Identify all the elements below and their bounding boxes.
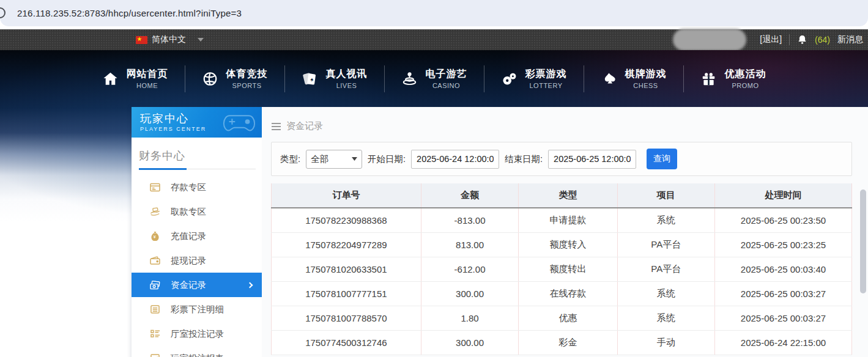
cell-time: 2025-06-24 22:15:00 (715, 330, 852, 355)
sidebar-item-label: 充值记录 (171, 230, 206, 242)
sidebar-item-deposit[interactable]: 存款专区 (132, 175, 262, 199)
sidebar-section-title: 财务中心 (132, 138, 262, 169)
cell-type: 申请提款 (519, 208, 617, 232)
end-date-input[interactable] (548, 150, 636, 169)
nav-label-cn: 体育竞技 (226, 68, 268, 81)
message-label[interactable]: 新消息 (837, 34, 863, 45)
filter-bar: 类型: 全部 开始日期: 结束日期: 查询 (271, 142, 852, 176)
cell-amount: 1.80 (421, 306, 518, 330)
chess-icon (601, 71, 617, 87)
nav-label-en: PROMO (725, 82, 766, 89)
table-row: 1750781007777151 300.00 在线存款 系统 2025-06-… (272, 281, 852, 306)
nav-label-cn: 网站首页 (127, 68, 168, 81)
language-selector[interactable]: 简体中文 (136, 34, 204, 45)
menu-icon (272, 123, 281, 130)
sidebar-item-lottery-bet-detail[interactable]: 彩票下注明细 (132, 297, 262, 322)
funds-table: 订单号 金额 类型 项目 处理时间 1750782230988368 -813.… (271, 183, 852, 355)
type-select[interactable]: 全部 (306, 150, 362, 169)
cell-order-id: 1750782230988368 (272, 208, 421, 232)
checklist-icon (150, 329, 160, 338)
search-button[interactable]: 查询 (647, 149, 677, 169)
end-date-label: 结束日期: (505, 153, 543, 165)
cell-project: 系统 (617, 306, 714, 330)
sidebar-item-label: 厅室投注记录 (171, 328, 224, 340)
nav-item-sports[interactable]: 体育竞技 SPORTS (185, 68, 284, 89)
funds-record-panel: 资金记录 类型: 全部 开始日期: 结束日期: 查询 (262, 107, 868, 357)
sidebar-item-label: 取款专区 (171, 206, 206, 218)
wallet-icon (150, 256, 160, 265)
lottery-icon (501, 71, 517, 87)
svg-text:¥: ¥ (154, 235, 156, 239)
col-time: 处理时间 (715, 183, 852, 208)
sidebar-item-label: 玩家投注报表 (171, 353, 224, 357)
type-select-value: 全部 (311, 153, 328, 165)
lives-icon: ♠ (302, 71, 318, 87)
moneybag-icon: ¥ (150, 231, 160, 241)
type-label: 类型: (280, 153, 300, 165)
col-amount: 金额 (421, 183, 518, 208)
message-count[interactable]: (64) (815, 35, 830, 45)
sidebar-header: 玩家中心 PLAYERS CENTER (132, 107, 262, 138)
cell-amount: 300.00 (421, 330, 518, 355)
banknotes-icon (150, 281, 160, 290)
sidebar-item-withdraw[interactable]: 取款专区 (132, 199, 262, 224)
home-icon (102, 71, 119, 87)
start-date-input[interactable] (411, 150, 499, 169)
cell-type: 额度转入 (519, 232, 617, 257)
sidebar-item-funds-record[interactable]: 资金记录 (132, 273, 262, 297)
col-project: 项目 (617, 183, 714, 208)
url-text[interactable]: 216.118.235.52:8783/hhcp/usercenter.html… (17, 8, 242, 18)
cell-order-id: 1750774500312746 (272, 330, 421, 355)
nav-label-en: SPORTS (226, 82, 268, 89)
cell-type: 彩金 (519, 330, 617, 355)
sidebar-section-underline (139, 169, 256, 169)
nav-label-en: LOTTERY (525, 82, 567, 89)
nav-item-chess[interactable]: 棋牌游戏 CHESS (584, 68, 683, 89)
browser-address-bar[interactable]: 216.118.235.52:8783/hhcp/usercenter.html… (0, 0, 868, 26)
cell-order-id: 1750781020633501 (272, 257, 421, 281)
cell-order-id: 1750782204977289 (272, 232, 421, 257)
username-blurred (673, 29, 746, 51)
site-info-icon[interactable] (0, 7, 6, 18)
sidebar-item-label: 存款专区 (171, 182, 206, 193)
nav-item-lottery[interactable]: 彩票游戏 LOTTERY (484, 68, 584, 89)
nav-label-cn: 棋牌游戏 (625, 68, 667, 81)
language-label: 简体中文 (152, 34, 186, 45)
sidebar-item-recharge-record[interactable]: ¥ 充值记录 (132, 224, 262, 248)
cell-project: 系统 (617, 281, 714, 306)
cell-amount: 813.00 (421, 232, 518, 257)
cell-time: 2025-06-25 00:03:40 (715, 257, 852, 281)
nav-label-cn: 彩票游戏 (525, 68, 567, 81)
sidebar-item-player-bet-report[interactable]: 玩家投注报表 (132, 346, 262, 357)
sidebar-item-withdrawal-record[interactable]: 提现记录 (132, 248, 262, 273)
nav-item-home[interactable]: 网站首页 HOME (86, 68, 185, 89)
nav-item-lives[interactable]: ♠ 真人视讯 LIVES (285, 68, 384, 89)
report-chart-icon (150, 354, 160, 357)
sidebar-item-label: 资金记录 (171, 279, 206, 291)
sidebar-item-hall-bet-record[interactable]: 厅室投注记录 (132, 322, 262, 346)
logout-link[interactable]: [退出] (760, 34, 782, 45)
nav-item-casino[interactable]: 电子游艺 CASINO (385, 68, 484, 89)
table-row: 1750781020633501 -612.00 额度转出 PA平台 2025-… (272, 257, 852, 281)
page-scrollbar-thumb[interactable] (860, 190, 866, 293)
main-nav: 网站首页 HOME 体育竞技 SPORTS ♠ 真人视讯 LIVES 电子游艺 … (0, 50, 868, 107)
bell-icon[interactable] (797, 34, 807, 45)
nav-label-en: CASINO (426, 82, 467, 89)
cell-type: 额度转出 (519, 257, 617, 281)
account-topbar: 简体中文 [退出] (64) 新消息 (0, 29, 868, 50)
cell-amount: 300.00 (421, 281, 518, 306)
cell-time: 2025-06-25 00:03:27 (715, 281, 852, 306)
start-date-label: 开始日期: (368, 153, 406, 165)
page-background: 网站首页 HOME 体育竞技 SPORTS ♠ 真人视讯 LIVES 电子游艺 … (0, 50, 868, 357)
cell-time: 2025-06-25 00:23:50 (715, 208, 852, 232)
nav-item-promo[interactable]: 优惠活动 PROMO (684, 68, 783, 89)
sports-icon (202, 71, 218, 87)
table-row: 1750782230988368 -813.00 申请提款 系统 2025-06… (272, 208, 852, 232)
cell-time: 2025-06-25 00:03:27 (715, 306, 852, 330)
gamepad-icon (221, 109, 257, 136)
nav-label-cn: 优惠活动 (725, 68, 766, 81)
table-row: 1750781007788570 1.80 优惠 系统 2025-06-25 0… (272, 306, 852, 330)
list-icon (150, 305, 160, 314)
casino-icon (401, 71, 418, 87)
players-center-sidebar: 玩家中心 PLAYERS CENTER 财务中心 存款专区 取款专区 (132, 107, 262, 357)
